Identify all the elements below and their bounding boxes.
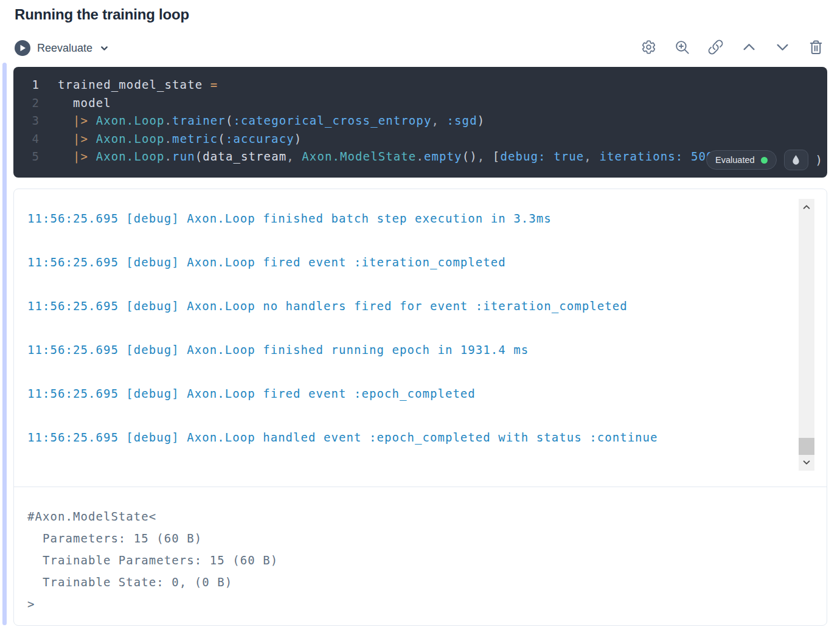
code-lines: 1trained_model_state =2 model3 |> Axon.L…: [13, 76, 827, 166]
code-editor[interactable]: 1trained_model_state =2 model3 |> Axon.L…: [13, 67, 827, 178]
result-lines: #Axon.ModelState< Parameters: 15 (60 B) …: [27, 505, 813, 615]
reevaluate-label: Reevaluate: [37, 42, 92, 55]
settings-button[interactable]: [640, 40, 657, 57]
evaluated-badge: Evaluated: [706, 150, 777, 170]
evaluated-label: Evaluated: [715, 155, 755, 165]
move-up-button[interactable]: [741, 40, 757, 57]
gear-icon: [640, 39, 657, 57]
line-number: 2: [13, 94, 39, 113]
code-line: 5 |> Axon.Loop.run(data_stream, Axon.Mod…: [13, 148, 827, 166]
log-line: 11:56:25.695 [debug] Axon.Loop no handle…: [27, 299, 790, 313]
cell-toolbar: Reevaluate: [15, 38, 824, 58]
line-number: 3: [13, 112, 39, 130]
scrollbar-down-arrow[interactable]: [799, 455, 814, 469]
link-button[interactable]: [707, 40, 724, 57]
droplet-icon: [791, 154, 800, 166]
line-number: 1: [13, 76, 39, 94]
log-line: 11:56:25.695 [debug] Axon.Loop fired eve…: [27, 386, 790, 401]
code-text: trained_model_state =: [58, 76, 218, 94]
evaluated-dot-icon: [761, 157, 768, 164]
log-line: 11:56:25.695 [debug] Axon.Loop finished …: [27, 342, 790, 357]
code-text: |> Axon.Loop.metric(:accuracy): [58, 130, 302, 148]
cell-action-icons: [640, 40, 824, 57]
scrollbar-thumb[interactable]: [799, 438, 814, 455]
code-text: model: [58, 94, 111, 113]
code-text: |> Axon.Loop.trainer(:categorical_cross_…: [58, 112, 485, 130]
code-line: 3 |> Axon.Loop.trainer(:categorical_cros…: [13, 112, 827, 130]
code-text: |> Axon.Loop.run(data_stream, Axon.Model…: [58, 148, 714, 166]
result-line: #Axon.ModelState<: [27, 505, 813, 527]
page-title: Running the training loop: [15, 6, 189, 23]
link-icon: [707, 39, 724, 57]
log-lines: 11:56:25.695 [debug] Axon.Loop finished …: [27, 211, 790, 445]
notebook-cell: 1trained_model_state =2 model3 |> Axon.L…: [0, 63, 840, 626]
delete-button[interactable]: [808, 40, 824, 57]
move-down-button[interactable]: [774, 40, 791, 57]
log-line: 11:56:25.695 [debug] Axon.Loop handled e…: [27, 430, 790, 445]
chevron-up-icon: [741, 39, 757, 57]
zoom-button[interactable]: [674, 40, 690, 57]
log-line: 11:56:25.695 [debug] Axon.Loop fired eve…: [27, 255, 790, 269]
code-line: 1trained_model_state =: [13, 76, 827, 94]
result-line: Trainable Parameters: 15 (60 B): [27, 549, 813, 571]
zoom-in-icon: [674, 39, 690, 57]
chevron-down-icon: [99, 43, 109, 54]
code-trailing-paren: ): [816, 153, 822, 167]
line-number: 5: [13, 148, 39, 166]
log-output-area[interactable]: 11:56:25.695 [debug] Axon.Loop finished …: [14, 189, 827, 487]
play-icon: [15, 40, 30, 56]
line-number: 4: [13, 130, 39, 148]
result-line: Parameters: 15 (60 B): [27, 527, 813, 549]
log-scrollbar[interactable]: [799, 199, 814, 471]
cell-focus-bar: [2, 63, 7, 625]
droplet-badge: [784, 150, 808, 170]
chevron-down-icon: [774, 39, 791, 57]
code-line: 4 |> Axon.Loop.metric(:accuracy): [13, 130, 827, 148]
scrollbar-up-arrow[interactable]: [799, 200, 814, 215]
cell-outputs: 11:56:25.695 [debug] Axon.Loop finished …: [13, 189, 827, 626]
trash-icon: [808, 39, 824, 57]
result-output-area: #Axon.ModelState< Parameters: 15 (60 B) …: [14, 487, 827, 625]
reevaluate-button[interactable]: Reevaluate: [15, 40, 109, 56]
result-line: >: [27, 593, 813, 615]
editor-badges: Evaluated ): [706, 150, 822, 170]
result-line: Trainable State: 0, (0 B): [27, 571, 813, 593]
code-line: 2 model: [13, 94, 827, 113]
log-line: 11:56:25.695 [debug] Axon.Loop finished …: [27, 211, 790, 226]
